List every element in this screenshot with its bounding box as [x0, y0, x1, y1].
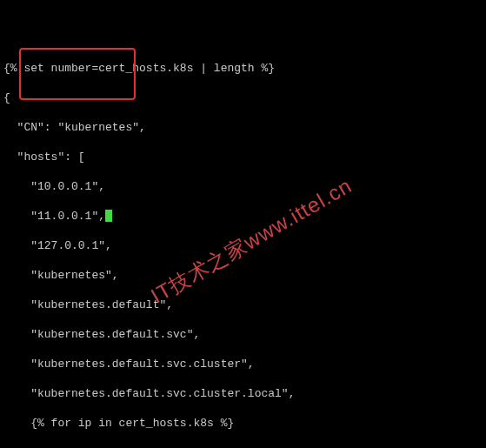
code-line: "127.0.0.1", [3, 238, 486, 253]
code-line: "10.0.0.1", [3, 179, 486, 194]
code-line: "CN": "kubernetes", [3, 120, 486, 135]
code-line: "kubernetes.default.svc", [3, 327, 486, 342]
code-line: "kubernetes.default.svc.cluster.local", [3, 386, 486, 401]
code-text: "11.0.0.1", [3, 210, 105, 223]
code-line: {% for ip in cert_hosts.k8s %} [3, 416, 486, 431]
terminal-cursor [105, 210, 112, 222]
code-line: "kubernetes.default.svc.cluster", [3, 357, 486, 371]
code-line: "hosts": [ [3, 150, 486, 164]
code-line-cursor: "11.0.0.1", [3, 209, 486, 224]
code-line: {% set number=cert_hosts.k8s | length %} [3, 61, 486, 76]
code-line: { [3, 90, 486, 105]
code-line: "kubernetes.default", [3, 298, 486, 312]
code-line: "kubernetes", [3, 268, 486, 283]
